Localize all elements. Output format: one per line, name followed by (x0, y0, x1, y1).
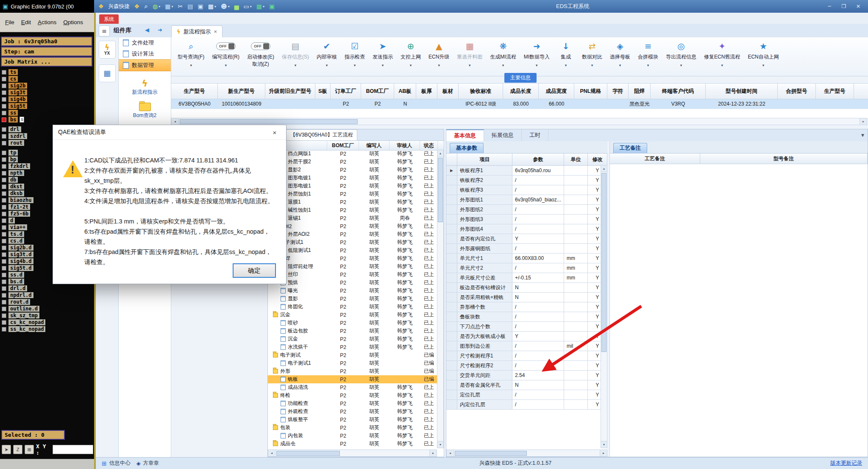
model-table-header-cell[interactable]: 成品宽度 (539, 84, 574, 99)
status-user[interactable]: 方章章 (136, 460, 159, 467)
model-table-header-cell[interactable]: 订单工厂 (331, 84, 361, 99)
flow-tree-row[interactable]: 成品仓 P2 胡英 韩梦飞 已上 (268, 440, 438, 448)
layer-name[interactable]: sig3t (8, 89, 27, 95)
param-row[interactable]: 是否为大板铣成小板 Y Y (446, 332, 607, 341)
titlebar-icon[interactable] (256, 0, 264, 13)
layer-visibility-toggle[interactable] (2, 178, 6, 182)
layer-name[interactable]: ss_kc_nopad (8, 326, 45, 332)
titlebar-icon[interactable] (134, 0, 140, 13)
layer-visibility-toggle[interactable] (2, 320, 6, 325)
layer-name[interactable]: sig2b (8, 83, 27, 89)
layer-name[interactable]: fz1-2t (8, 204, 30, 210)
model-table-header-cell[interactable]: 阻焊 (629, 84, 651, 99)
layer-visibility-toggle[interactable] (2, 97, 6, 102)
layer-visibility-toggle[interactable] (2, 77, 6, 81)
layer-name[interactable]: bs (8, 117, 18, 123)
grid-tool-icon[interactable]: ⊞ (25, 445, 34, 454)
flow-tree-row[interactable]: 内包装 P2 胡英 韩梦飞 已上 (268, 432, 438, 440)
toolbar-button[interactable]: 保存信息(S) (278, 37, 313, 76)
toolbar-button[interactable]: ECN升级 (425, 37, 453, 76)
param-value-cell[interactable]: 6v3rq05ha0.rou (512, 166, 564, 175)
layer-visibility-toggle[interactable] (2, 232, 6, 237)
chevron-down-icon[interactable] (410, 61, 412, 65)
model-table-header-cell[interactable]: S板 (315, 84, 331, 99)
scroll-left-icon[interactable] (447, 450, 454, 456)
layer-name[interactable]: outline.d (8, 306, 39, 312)
layer-name[interactable]: cs (8, 76, 18, 82)
titlebar-icon[interactable] (198, 0, 203, 13)
layer-visibility-toggle[interactable] (2, 286, 6, 291)
param-value-cell[interactable]: N (512, 293, 564, 302)
layer-visibility-toggle[interactable] (2, 205, 6, 209)
scrollbar-thumb[interactable] (438, 158, 443, 222)
scrollbar-thumb[interactable] (276, 451, 340, 456)
tab-system[interactable]: 系统 (99, 14, 119, 24)
param-row[interactable]: 下刀点总个数 / Y (446, 322, 607, 332)
toolbar-button[interactable]: 选择母板 (606, 37, 634, 76)
param-value-cell[interactable]: / (512, 224, 564, 234)
toolbar-button[interactable]: 型号查询(F) (174, 37, 208, 76)
layer-name[interactable]: szdrl (8, 133, 27, 139)
param-row[interactable]: 是否有内定位孔 Y Y (446, 234, 607, 244)
flow-tree-row[interactable]: 铣板 P2 胡英 已编 (268, 375, 438, 383)
model-table-header-cell[interactable]: 板材 (437, 84, 459, 99)
titlebar-icon[interactable] (234, 0, 239, 13)
layer-name[interactable]: rout.d (8, 299, 30, 305)
layer-name[interactable]: tp (8, 150, 18, 156)
layer-row[interactable]: sig3t (2, 89, 92, 95)
layer-visibility-toggle[interactable] (2, 171, 6, 176)
param-row[interactable]: 板边是否有钻槽设计 N Y (446, 283, 607, 293)
toolbar-button[interactable]: 修复ECN舊流程 (700, 37, 744, 76)
toolbar-button[interactable]: ECN自动上网 (744, 37, 782, 76)
model-table-header-cell[interactable]: 验收标准 (459, 84, 503, 99)
layer-name[interactable]: cs_kc_nopad (8, 319, 45, 325)
toolbar-button[interactable]: 合拼模块 (634, 37, 662, 76)
param-row[interactable]: 外形图纸3 / Y (446, 215, 607, 224)
off-toggle[interactable]: OFF (251, 42, 270, 50)
param-value-cell[interactable]: / (512, 215, 564, 224)
flow-tree-row[interactable]: AOI2 P2 胡英 韩梦飞 已上 (268, 222, 438, 230)
chevron-down-icon[interactable] (619, 61, 621, 65)
scroll-down-icon[interactable] (437, 441, 443, 448)
toolbar-button[interactable]: 发送指示 (369, 37, 397, 76)
chevron-down-icon[interactable] (647, 61, 649, 65)
param-vertical-scrollbar[interactable] (601, 165, 607, 448)
flow-tree-row[interactable]: 碱性蚀刻1 P2 胡英 韩梦飞 已上 (268, 206, 438, 214)
param-header-item[interactable]: 项目 (457, 154, 512, 165)
graphic-editor-titlebar[interactable]: ▣ Graphic Editor 9.07b2 (00 (0, 0, 94, 13)
layer-row[interactable]: rout.d (2, 299, 92, 305)
layer-row[interactable]: sig4b (2, 96, 92, 102)
flow-header-editor[interactable]: 编写人 (359, 141, 389, 150)
model-table-header-cell[interactable]: 升级前旧生产型号 (265, 84, 315, 99)
chevron-down-icon[interactable] (190, 61, 192, 65)
layer-visibility-toggle[interactable] (2, 225, 6, 230)
menu-item[interactable]: Edit (21, 19, 31, 25)
param-row[interactable]: 尺寸检测程序2 / Y (446, 361, 607, 371)
layer-visibility-toggle[interactable] (2, 84, 6, 88)
param-header-value[interactable]: 参数 (512, 154, 564, 165)
library-item[interactable]: 设计算法 (119, 48, 171, 59)
flow-tree-row[interactable]: 显影 P2 胡英 韩梦飞 已上 (268, 295, 438, 303)
scroll-up-icon[interactable] (437, 150, 443, 157)
nav-back-icon[interactable] (145, 27, 149, 33)
flow-tree-row[interactable]: 喷砂 P2 胡英 韩梦飞 已上 (268, 319, 438, 327)
layer-visibility-toggle[interactable] (2, 259, 6, 264)
layer-visibility-toggle[interactable] (2, 127, 6, 132)
status-info-center[interactable]: 信息中心 (102, 460, 131, 467)
flow-tree-row[interactable]: 外层干膜2 P2 胡英 韩梦飞 已上 (268, 158, 438, 166)
layer-name[interactable]: dkst (8, 184, 24, 190)
layer-name[interactable]: sig4b (8, 96, 27, 102)
layer-name[interactable]: cs.d (8, 238, 24, 244)
flow-horizontal-scrollbar[interactable] (268, 449, 437, 457)
flow-tree-row[interactable]: 成品清洗 P2 胡英 韩梦飞 已上 (268, 383, 438, 391)
layer-visibility-toggle[interactable] (2, 134, 6, 139)
titlebar-icon[interactable] (269, 0, 275, 13)
layer-visibility-toggle[interactable] (2, 184, 6, 189)
layer-name[interactable]: d (8, 218, 15, 223)
layer-row[interactable]: sk_sz_tmp (2, 313, 92, 318)
layer-visibility-toggle[interactable] (2, 279, 6, 284)
param-value-cell[interactable]: Y (512, 234, 564, 243)
param-value-cell[interactable]: 66.00X83.00 (512, 254, 564, 263)
toolbar-button[interactable]: 数据对比 (578, 37, 606, 76)
param-row[interactable]: 是否有金属化半孔 N Y (446, 380, 607, 390)
